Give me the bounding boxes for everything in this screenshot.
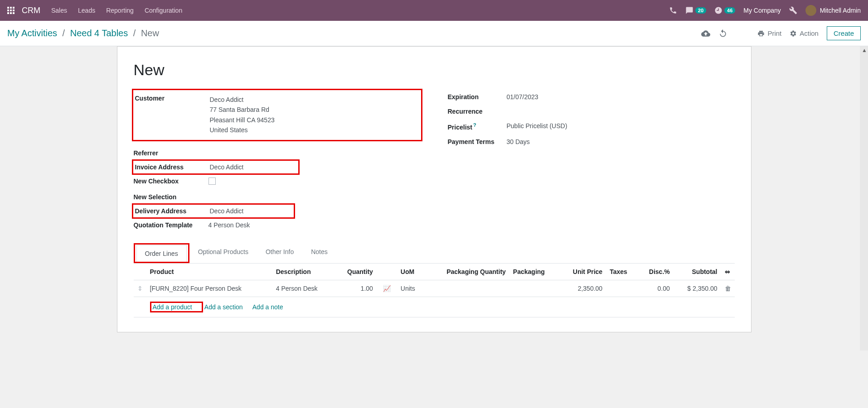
cell-uom[interactable]: Units [397,280,425,297]
activities-icon[interactable]: 46 [714,6,735,14]
col-description: Description [272,264,335,280]
user-menu[interactable]: Mitchell Admin [805,5,861,16]
nav-reporting[interactable]: Reporting [106,7,134,14]
col-uom: UoM [397,264,425,280]
forecast-icon[interactable]: 📈 [383,285,391,292]
cell-packaging[interactable] [509,280,559,297]
payment-terms-field[interactable]: 30 Days [507,138,530,145]
cell-product[interactable]: [FURN_8220] Four Person Desk [146,280,272,297]
order-lines-table: Product Description Quantity UoM Packagi… [134,264,735,317]
app-brand[interactable]: CRM [22,6,40,15]
form-sheet: New Customer Deco Addict 77 Santa Barbar… [117,46,752,332]
activities-badge: 46 [724,7,735,14]
cell-description[interactable]: 4 Person Desk [272,280,335,297]
expand-icon[interactable]: ⇔ [725,268,730,275]
tab-notes[interactable]: Notes [302,243,336,263]
breadcrumb-link-1[interactable]: Need 4 Tables [70,28,128,38]
pricelist-field[interactable]: Public Pricelist (USD) [507,122,567,130]
table-row[interactable]: ⇕ [FURN_8220] Four Person Desk 4 Person … [134,280,735,297]
add-product-link[interactable]: Add a product [153,303,192,311]
breadcrumb-link-0[interactable]: My Activities [7,28,57,38]
cell-quantity[interactable]: 1.00 [335,280,377,297]
nav-configuration[interactable]: Configuration [145,7,182,14]
cloud-save-icon[interactable] [701,29,710,38]
tab-optional-products[interactable]: Optional Products [189,243,257,263]
cell-disc[interactable]: 0.00 [638,280,674,297]
invoice-address-label: Invoice Address [135,163,210,171]
cell-subtotal: $ 2,350.00 [674,280,721,297]
quotation-template-label: Quotation Template [134,221,209,229]
new-checkbox-input[interactable] [209,178,216,185]
col-taxes: Taxes [606,264,638,280]
add-section-link[interactable]: Add a section [204,303,243,311]
payment-terms-label: Payment Terms [448,138,507,145]
trash-icon[interactable]: 🗑 [721,280,735,297]
messages-icon[interactable]: 20 [685,6,706,14]
quotation-template-field[interactable]: 4 Person Desk [209,221,250,229]
drag-handle-icon[interactable]: ⇕ [134,280,146,297]
col-product: Product [146,264,272,280]
col-packaging: Packaging [509,264,559,280]
apps-icon[interactable] [7,7,15,14]
cell-taxes[interactable] [606,280,638,297]
user-name: Mitchell Admin [820,7,861,14]
delivery-address-field[interactable]: Deco Addict [210,207,244,215]
breadcrumb-current: New [141,28,159,38]
expiration-field[interactable]: 01/07/2023 [507,93,538,101]
tabs: Order Lines Optional Products Other Info… [134,243,735,264]
top-navbar: CRM Sales Leads Reporting Configuration … [0,0,868,21]
col-unit-price: Unit Price [559,264,606,280]
nav-sales[interactable]: Sales [51,7,67,14]
nav-leads[interactable]: Leads [78,7,95,14]
col-subtotal: Subtotal [674,264,721,280]
customer-field[interactable]: Deco Addict 77 Santa Barbara Rd Pleasant… [210,95,275,135]
company-switcher[interactable]: My Company [743,7,781,14]
referrer-label: Referrer [134,149,209,157]
col-disc: Disc.% [638,264,674,280]
cell-unit-price[interactable]: 2,350.00 [559,280,606,297]
add-note-link[interactable]: Add a note [252,303,283,311]
page-title: New [134,61,735,79]
new-checkbox-label: New Checkbox [134,178,209,185]
messages-badge: 20 [695,7,706,14]
control-panel: My Activities / Need 4 Tables / New Prin… [0,21,868,46]
breadcrumb: My Activities / Need 4 Tables / New [7,28,159,38]
print-button[interactable]: Print [757,29,781,37]
phone-icon[interactable] [669,6,677,14]
action-button[interactable]: Action [790,29,819,37]
tab-other-info[interactable]: Other Info [257,243,302,263]
pricelist-label: Pricelist? [448,122,507,131]
col-pkg-qty: Packaging Quantity [425,264,509,280]
new-selection-label: New Selection [134,193,209,201]
col-quantity: Quantity [335,264,377,280]
expiration-label: Expiration [448,93,507,101]
cell-pkg-qty[interactable] [425,280,509,297]
discard-icon[interactable] [718,29,727,38]
tools-icon[interactable] [789,6,797,14]
tab-order-lines[interactable]: Order Lines [136,245,187,262]
customer-label: Customer [135,95,210,102]
invoice-address-field[interactable]: Deco Addict [210,163,244,171]
help-icon[interactable]: ? [473,122,476,128]
recurrence-label: Recurrence [448,108,507,115]
create-button[interactable]: Create [827,26,861,40]
avatar [805,5,816,16]
scrollbar[interactable]: ▲ [860,46,868,350]
delivery-address-label: Delivery Address [135,207,210,215]
